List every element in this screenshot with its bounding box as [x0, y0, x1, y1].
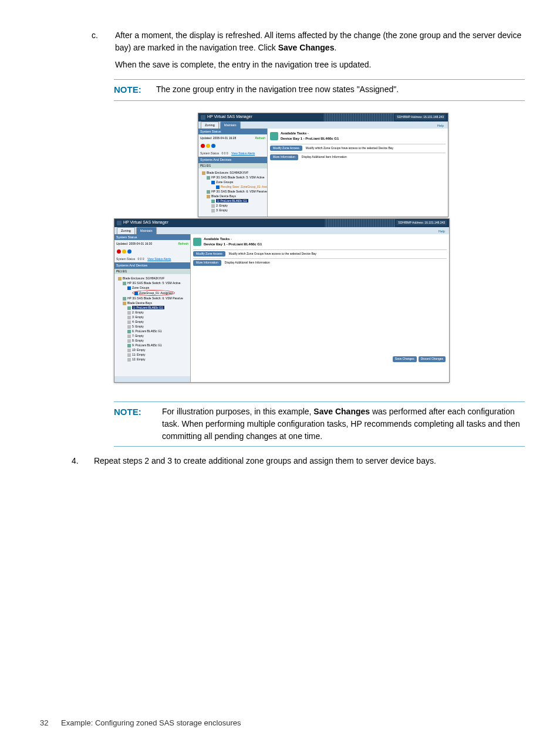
tree-bay8[interactable]: 8: Empty — [132, 339, 144, 342]
switch-icon — [123, 297, 126, 301]
updated-text: Updated: 2008-04-01 16:28 — [200, 136, 236, 141]
vsm-footer — [114, 376, 190, 382]
tree-bay7[interactable]: 7: Empty — [132, 334, 144, 337]
screenshot-before-save: HP Virtual SAS Manager SDH/BMP Address: … — [198, 113, 448, 217]
bay-icon — [127, 353, 131, 357]
save-changes-button[interactable]: Save Changes — [393, 356, 417, 362]
step-c-body: After a moment, the display is refreshed… — [115, 29, 525, 71]
vsm-left-panel: System Status Updated: 2008-04-01 16:28 … — [198, 129, 268, 217]
more-desc: Display Additional Item Information — [225, 261, 270, 265]
updated-text: Updated: 2008-04-01 16:30 — [116, 242, 152, 247]
modify-zone-access-button[interactable]: Modify Zone Access — [193, 251, 225, 257]
refresh-link[interactable]: Refresh — [178, 242, 188, 247]
tree-sas-active[interactable]: HP 3G SAS Blade Switch: 5: VSM Active — [211, 175, 265, 179]
step-c-text2: When the save is complete, the entry in … — [115, 60, 372, 69]
modify-zone-access-button[interactable]: Modify Zone Access — [270, 146, 302, 151]
system-status-label: System Status — [116, 257, 135, 261]
tree-bay3[interactable]: 3: Empty — [132, 315, 144, 319]
tree-zone-groups[interactable]: Zone Groups — [216, 180, 233, 184]
tree-bay9[interactable]: 9: ProLiant BL465c G1 — [132, 343, 162, 347]
sdhbmp-address: SDH/BMP Address: 16.101.148.243 — [396, 220, 447, 226]
zonegroups-icon — [211, 181, 215, 184]
tree-bay1-selected[interactable]: 1: ProLiant BL460c G1 — [132, 306, 164, 309]
tree-pending-save[interactable]: Pending Save: ZoneGroup_01: Assigned — [221, 185, 267, 188]
status-icons — [200, 144, 216, 150]
help-link[interactable]: Help — [438, 229, 447, 234]
tree-bay3[interactable]: 3: Empty — [216, 208, 228, 212]
view-alerts-link[interactable]: View Status Alerts — [147, 257, 171, 261]
bays-icon — [123, 302, 126, 305]
tab-maintain[interactable]: Maintain — [220, 121, 241, 128]
refresh-link[interactable]: Refresh — [255, 136, 265, 141]
discard-changes-button[interactable]: Discard Changes — [419, 356, 446, 362]
tasks-device-text: Device Bay 1 - ProLiant BL460c G1 — [204, 242, 262, 246]
tasks-header-text: Available Tasks - — [204, 237, 232, 241]
tree-zonegroup01[interactable]: ZoneGroup_01: Assigned — [139, 291, 173, 295]
view-alerts-link[interactable]: View Status Alerts — [231, 151, 255, 155]
zonegroup-assigned-circled: ZoneGroup_01: Assigned — [132, 290, 175, 296]
tree-filter-tabs[interactable]: PE1 EI1 — [114, 269, 190, 275]
step-c: c. After a moment, the display is refres… — [92, 29, 525, 71]
titlebar-graphic — [325, 219, 395, 227]
modify-desc: Modify which Zone Groups have access to … — [306, 146, 393, 151]
sdhbmp-address: SDH/BMP Address: 16.101.148.243 — [395, 114, 446, 120]
footer-title: Example: Configuring zoned SAS storage e… — [61, 718, 241, 727]
more-information-button[interactable]: More Information — [193, 260, 221, 266]
tree-bay1-selected[interactable]: 1: ProLiant BL460c G1 — [216, 199, 248, 202]
tree-sas-passive[interactable]: HP 3G SAS Blade Switch: 6: VSM Passive — [211, 190, 267, 193]
systems-devices-header: Systems And Devices — [114, 262, 190, 268]
page-number: 32 — [40, 717, 48, 729]
status-counts: 0 0 0 — [221, 151, 228, 155]
tree-bay5[interactable]: 5: Empty — [132, 325, 144, 328]
screenshots-container: HP Virtual SAS Manager SDH/BMP Address: … — [114, 113, 450, 392]
vsm-right-panel: Available Tasks -Device Bay 1 - ProLiant… — [268, 129, 448, 217]
bay-icon — [127, 306, 131, 310]
alert-blue-icon — [211, 144, 215, 148]
tree-enclosure[interactable]: Blade Enclosure: SGH842KXVF — [207, 171, 248, 174]
tab-zoning[interactable]: Zoning — [201, 121, 219, 128]
tree-bay10[interactable]: 10: Empty — [132, 348, 146, 352]
system-status-header: System Status — [198, 129, 267, 134]
tasks-header-text: Available Tasks - — [281, 131, 309, 135]
navigation-tree: Blade Enclosure: SGH842KXVF HP 3G SAS Bl… — [114, 274, 190, 376]
switch-icon — [207, 176, 210, 180]
more-information-button[interactable]: More Information — [270, 154, 298, 160]
vsm-titlebar: HP Virtual SAS Manager SDH/BMP Address: … — [198, 113, 448, 121]
tree-bay2[interactable]: 2: Empty — [132, 310, 144, 314]
tree-sas-passive[interactable]: HP 3G SAS Blade Switch: 6: VSM Passive — [127, 296, 183, 300]
tree-filter-tabs[interactable]: PE1 EI1 — [198, 163, 267, 169]
bays-icon — [207, 195, 210, 198]
note-text: For illustration purposes, in this examp… — [162, 406, 525, 443]
tab-maintain[interactable]: Maintain — [136, 227, 157, 234]
enclosure-icon — [118, 277, 122, 281]
tasks-device-text: Device Bay 1 - ProLiant BL460c G1 — [281, 137, 339, 140]
vsm-right-panel: Available Tasks -Device Bay 1 - ProLiant… — [191, 234, 449, 382]
tree-sas-active[interactable]: HP 3G SAS Blade Switch: 5: VSM Active — [127, 281, 181, 285]
tree-bay6[interactable]: 6: ProLiant BL465c G1 — [132, 329, 162, 333]
tree-bay12[interactable]: 12: Empty — [132, 357, 146, 361]
help-link[interactable]: Help — [437, 123, 446, 128]
tree-bay11[interactable]: 11: Empty — [132, 353, 146, 356]
tree-enclosure[interactable]: Blade Enclosure: SGH842KXVF — [123, 276, 164, 280]
alert-yellow-icon — [122, 249, 126, 254]
screenshot-after-save: HP Virtual SAS Manager SDH/BMP Address: … — [114, 218, 450, 383]
bay-icon — [127, 358, 131, 362]
step-c-marker: c. — [92, 29, 113, 42]
vsm-title-text: HP Virtual SAS Manager — [123, 220, 168, 226]
bay-icon — [127, 344, 131, 347]
alert-red-icon — [117, 249, 121, 254]
tree-bay2[interactable]: 2: Empty — [216, 204, 228, 207]
alert-red-icon — [201, 144, 205, 148]
tab-zoning[interactable]: Zoning — [117, 227, 135, 234]
bay-icon — [127, 339, 131, 343]
step-4-text: Repeat steps 2 and 3 to create additiona… — [94, 456, 436, 465]
tree-device-bays[interactable]: Blade Device Bays — [211, 194, 236, 198]
tree-device-bays[interactable]: Blade Device Bays — [127, 301, 152, 305]
bay-icon — [127, 335, 131, 338]
hp-logo-icon — [201, 115, 205, 120]
tree-bay4[interactable]: 4: Empty — [132, 320, 144, 323]
status-counts: 0 0 0 — [137, 257, 144, 261]
tree-zone-groups[interactable]: Zone Groups — [132, 286, 149, 289]
alert-yellow-icon — [206, 144, 210, 148]
modify-desc: Modify which Zone Groups have access to … — [229, 252, 316, 256]
